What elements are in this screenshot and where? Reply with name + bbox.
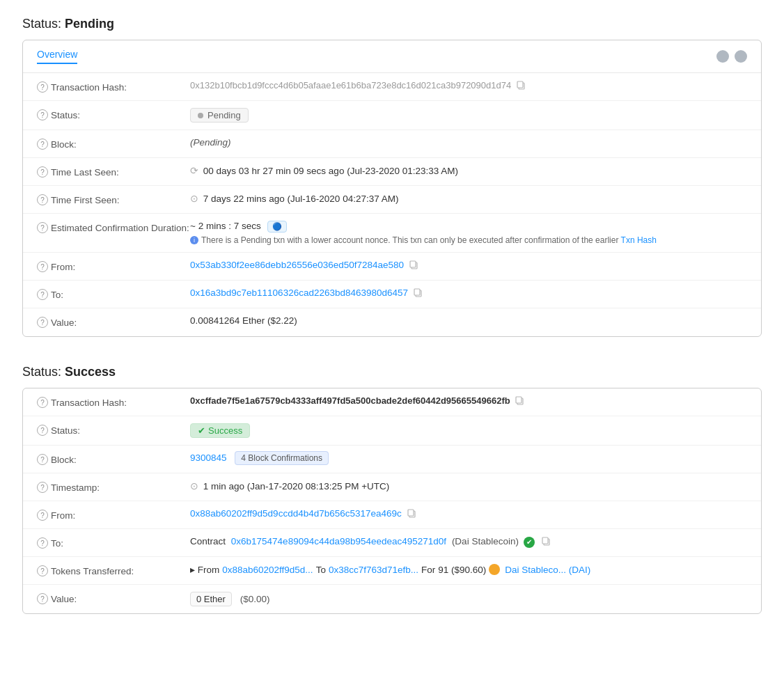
- svg-rect-11: [542, 537, 548, 544]
- success-status-row: ? Status: ✔ Success: [23, 416, 761, 446]
- svg-rect-7: [516, 397, 522, 403]
- success-tokens-value: ▸ From 0x88ab60202ff9d5d... To 0x38cc7f7…: [190, 564, 747, 575]
- success-tx-hash-label: ? Transaction Hash:: [37, 395, 190, 408]
- pending-badge: Pending: [190, 108, 249, 123]
- success-to-value: Contract 0x6b175474e89094c44da98b954eede…: [190, 536, 747, 548]
- svg-rect-1: [517, 81, 523, 88]
- success-section-title: Status: Success: [22, 365, 762, 379]
- pending-to-label: ? To:: [37, 288, 190, 300]
- overview-tab[interactable]: Overview: [37, 49, 77, 64]
- success-to-contract-link[interactable]: 0x6b175474e89094c44da98b954eedeac495271d…: [231, 536, 446, 546]
- verified-icon: ✔: [524, 537, 535, 548]
- time-last-seen-question-icon[interactable]: ?: [37, 166, 48, 178]
- from-copy-icon[interactable]: [409, 260, 419, 270]
- tokens-from-link[interactable]: 0x88ab60202ff9d5d...: [222, 565, 313, 575]
- success-to-question-icon[interactable]: ?: [37, 537, 48, 549]
- success-block-row: ? Block: 9300845 4 Block Confirmations: [23, 446, 761, 473]
- value-ether-box: 0 Ether: [190, 592, 232, 606]
- pending-tx-hash-value: 0x132b10fbcb1d9fccc4d6b05afaae1e61b6ba72…: [190, 80, 747, 91]
- tokens-question-icon[interactable]: ?: [37, 565, 48, 576]
- success-block-question-icon[interactable]: ?: [37, 454, 48, 465]
- success-block-label: ? Block:: [37, 453, 190, 465]
- pending-from-row: ? From: 0x53ab330f2ee86debb26556e036ed50…: [23, 253, 761, 281]
- dai-coin-icon: [489, 564, 500, 575]
- pending-block-label: ? Block:: [37, 137, 190, 150]
- pending-from-value: 0x53ab330f2ee86debb26556e036ed50f7284ae5…: [190, 260, 747, 270]
- success-section: Status: Success ? Transaction Hash: 0xcf…: [22, 365, 762, 614]
- success-value-label: ? Value:: [37, 592, 190, 604]
- success-from-copy-icon[interactable]: [407, 509, 417, 519]
- tokens-to-link[interactable]: 0x38cc7f763d71efb...: [329, 565, 418, 575]
- tx-hash-question-icon[interactable]: ?: [37, 81, 48, 93]
- pending-block-row: ? Block: (Pending): [23, 130, 761, 158]
- svg-rect-3: [410, 261, 416, 267]
- success-tx-hash-question-icon[interactable]: ?: [37, 397, 48, 408]
- timestamp-question-icon[interactable]: ?: [37, 482, 48, 493]
- success-tx-hash-value: 0xcffade7f5e1a67579cb4333aff497fd5a500cb…: [190, 395, 747, 406]
- success-status-value: ✔ Success: [190, 423, 747, 438]
- to-copy-icon[interactable]: [414, 288, 423, 298]
- svg-rect-9: [408, 510, 414, 516]
- pending-card-header: Overview: [23, 40, 761, 73]
- success-from-label: ? From:: [37, 508, 190, 521]
- pending-card: Overview ? Transaction Hash: 0x132b10fbc…: [22, 40, 762, 337]
- success-value-amount: 0 Ether ($0.00): [190, 592, 747, 606]
- dai-token-link[interactable]: Dai Stableco... (DAI): [505, 565, 590, 575]
- pending-value-row: ? Value: 0.00841264 Ether ($2.22): [23, 308, 761, 336]
- txn-hash-link[interactable]: Txn Hash: [621, 235, 657, 245]
- success-to-row: ? To: Contract 0x6b175474e89094c44da98b9…: [23, 529, 761, 557]
- pending-time-first-seen-label: ? Time First Seen:: [37, 193, 190, 205]
- block-number-link[interactable]: 9300845: [190, 453, 227, 463]
- to-question-icon[interactable]: ?: [37, 289, 48, 300]
- success-timestamp-row: ? Timestamp: ⊙ 1 min ago (Jan-17-2020 08…: [23, 473, 761, 501]
- value-question-icon[interactable]: ?: [37, 317, 48, 328]
- timestamp-clock-icon: ⊙: [190, 481, 198, 492]
- success-card: ? Transaction Hash: 0xcffade7f5e1a67579c…: [22, 388, 762, 614]
- pending-time-last-seen-row: ? Time Last Seen: ⟳ 00 days 03 hr 27 min…: [23, 158, 761, 186]
- success-from-question-icon[interactable]: ?: [37, 510, 48, 521]
- success-timestamp-value: ⊙ 1 min ago (Jan-17-2020 08:13:25 PM +UT…: [190, 480, 747, 492]
- block-confirmations-badge: 4 Block Confirmations: [235, 451, 329, 465]
- time-first-seen-question-icon[interactable]: ?: [37, 194, 48, 205]
- pending-tx-hash-row: ? Transaction Hash: 0x132b10fbcb1d9fccc4…: [23, 73, 761, 101]
- header-icons: [716, 50, 747, 63]
- success-checkmark-icon: ✔: [198, 425, 205, 436]
- success-status-question-icon[interactable]: ?: [37, 425, 48, 436]
- pending-status-row: ? Status: Pending: [23, 101, 761, 130]
- success-timestamp-label: ? Timestamp:: [37, 480, 190, 493]
- pending-to-row: ? To: 0x16a3bd9c7eb11106326cad2263bd8463…: [23, 281, 761, 308]
- pending-time-last-seen-value: ⟳ 00 days 03 hr 27 min 09 secs ago (Jul-…: [190, 165, 747, 176]
- est-confirm-note: i There is a Pending txn with a lower ac…: [190, 235, 747, 245]
- success-value-row: ? Value: 0 Ether ($0.00): [23, 585, 761, 613]
- pending-est-confirm-label: ? Estimated Confirmation Duration:: [37, 221, 190, 233]
- success-to-copy-icon[interactable]: [542, 537, 551, 546]
- circle-icon-2[interactable]: [735, 50, 747, 63]
- success-from-value: 0x88ab60202ff9d5d9ccdd4b4d7b656c5317ea46…: [190, 508, 747, 519]
- pending-est-confirm-row: ? Estimated Confirmation Duration: ~ 2 m…: [23, 214, 761, 253]
- est-confirm-question-icon[interactable]: ?: [37, 222, 48, 233]
- pending-est-confirm-value: ~ 2 mins : 7 secs 🔵 i There is a Pending…: [190, 221, 747, 245]
- pending-status-label: ? Status:: [37, 108, 190, 120]
- clock-icon: ⊙: [190, 194, 198, 204]
- circle-icon-1[interactable]: [716, 50, 729, 63]
- svg-rect-5: [414, 289, 420, 295]
- block-question-icon[interactable]: ?: [37, 139, 48, 150]
- pending-from-link[interactable]: 0x53ab330f2ee86debb26556e036ed50f7284ae5…: [190, 260, 404, 270]
- success-value-question-icon[interactable]: ?: [37, 593, 48, 604]
- status-question-icon[interactable]: ?: [37, 109, 48, 120]
- success-tokens-row: ? Tokens Transferred: ▸ From 0x88ab60202…: [23, 557, 761, 585]
- pending-section: Status: Pending Overview ? Transaction H…: [22, 17, 762, 337]
- pending-time-first-seen-value: ⊙ 7 days 22 mins ago (Jul-16-2020 04:27:…: [190, 193, 747, 204]
- pending-tx-hash-label: ? Transaction Hash:: [37, 80, 190, 93]
- pending-to-link[interactable]: 0x16a3bd9c7eb11106326cad2263bd8463980d64…: [190, 288, 408, 298]
- success-from-row: ? From: 0x88ab60202ff9d5d9ccdd4b4d7b656c…: [23, 501, 761, 529]
- success-status-label: ? Status:: [37, 423, 190, 436]
- pending-time-last-seen-label: ? Time Last Seen:: [37, 165, 190, 178]
- success-tokens-label: ? Tokens Transferred:: [37, 564, 190, 576]
- success-from-link[interactable]: 0x88ab60202ff9d5d9ccdd4b4d7b656c5317ea46…: [190, 508, 402, 519]
- tx-hash-copy-icon[interactable]: [517, 81, 526, 91]
- success-tx-hash-copy-icon[interactable]: [515, 396, 525, 406]
- from-question-icon[interactable]: ?: [37, 261, 48, 272]
- live-badge: 🔵: [267, 221, 287, 233]
- pending-value-amount: 0.00841264 Ether ($2.22): [190, 315, 747, 326]
